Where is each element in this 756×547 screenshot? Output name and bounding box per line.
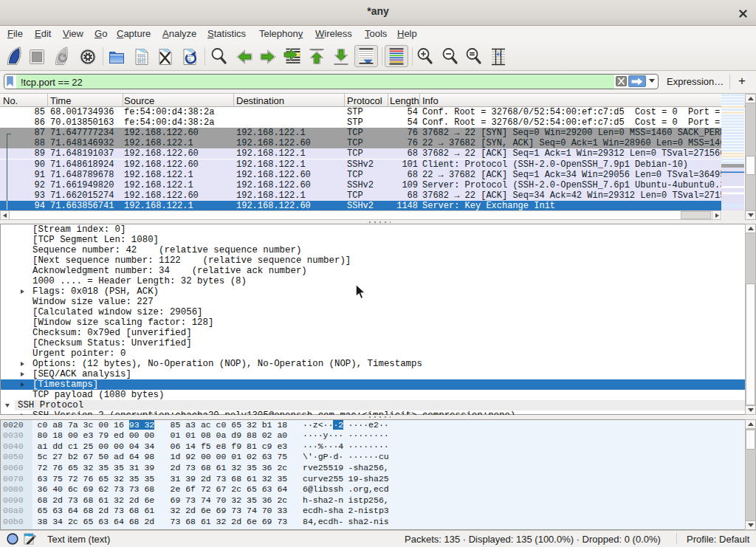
svg-text:0111: 0111 [137,61,145,64]
